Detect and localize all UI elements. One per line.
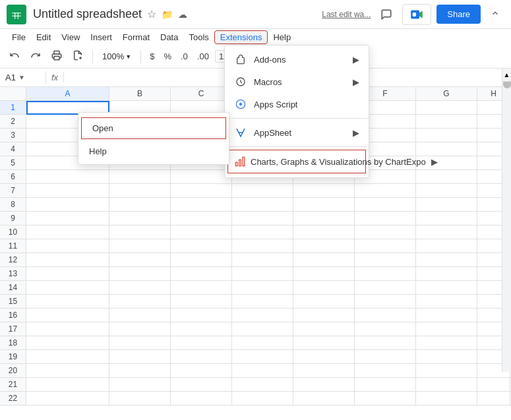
row-num-1: 1 bbox=[0, 101, 26, 114]
open-label: Open bbox=[92, 123, 113, 133]
separator-1 bbox=[92, 50, 93, 63]
meet-button[interactable] bbox=[402, 4, 431, 25]
last-edit-link[interactable]: Last edit wa... bbox=[322, 10, 371, 19]
cell-ref-value: A1 bbox=[5, 73, 16, 82]
table-row: 21 bbox=[0, 378, 511, 392]
table-row: 18 bbox=[0, 336, 511, 350]
svg-rect-7 bbox=[413, 12, 417, 16]
corner-collapse-button[interactable]: ▲ bbox=[502, 69, 511, 82]
menu-help[interactable]: Help bbox=[268, 31, 296, 44]
top-bar: Untitled spreadsheet ☆ 📁 ☁ Last edit wa.… bbox=[0, 0, 511, 29]
menu-tools[interactable]: Tools bbox=[183, 31, 214, 44]
table-row: 14 bbox=[0, 281, 511, 295]
chartexpo-label: Charts, Graphs & Visualizations by Chart… bbox=[251, 157, 426, 167]
paint-format-button[interactable] bbox=[69, 47, 87, 65]
menu-macros[interactable]: Macros ▶ bbox=[225, 71, 369, 93]
table-row: 16 bbox=[0, 309, 511, 322]
menu-appsheet[interactable]: AppSheet ▶ bbox=[225, 121, 369, 144]
chartexpo-icon bbox=[235, 155, 245, 168]
table-row: 7 bbox=[0, 184, 511, 198]
col-header-g[interactable]: G bbox=[416, 87, 477, 100]
appsheet-label: AppSheet bbox=[254, 128, 291, 138]
cell-ref-dropdown-icon[interactable]: ▼ bbox=[18, 74, 25, 81]
table-row: 12 bbox=[0, 253, 511, 267]
submenu-open[interactable]: Open bbox=[81, 117, 226, 139]
title-area: Untitled spreadsheet ☆ 📁 ☁ bbox=[33, 7, 322, 21]
menu-apps-script[interactable]: Apps Script bbox=[225, 93, 369, 115]
appsheet-arrow-icon: ▶ bbox=[353, 128, 359, 138]
share-button[interactable]: Share bbox=[436, 5, 481, 24]
title-icons: ☆ 📁 ☁ bbox=[147, 8, 187, 20]
appsheet-icon bbox=[234, 126, 247, 139]
menu-format[interactable]: Format bbox=[117, 31, 155, 44]
table-row: 8 bbox=[0, 198, 511, 212]
col-header-a[interactable]: A bbox=[26, 87, 109, 100]
chat-button[interactable] bbox=[376, 4, 397, 25]
svg-rect-14 bbox=[235, 162, 237, 165]
row-num-header-corner bbox=[0, 87, 26, 100]
table-row: 11 bbox=[0, 239, 511, 253]
addons-label: Add-ons bbox=[254, 55, 286, 65]
menu-divider-1 bbox=[225, 118, 369, 119]
apps-script-icon bbox=[234, 98, 247, 111]
star-icon[interactable]: ☆ bbox=[147, 8, 156, 20]
zoom-button[interactable]: 100% ▼ bbox=[98, 50, 135, 63]
print-button[interactable] bbox=[47, 47, 66, 65]
open-help-submenu: Open Help bbox=[78, 112, 229, 165]
menu-file[interactable]: File bbox=[7, 31, 31, 44]
row-num-2: 2 bbox=[0, 115, 26, 128]
menu-insert[interactable]: Insert bbox=[85, 31, 117, 44]
macros-icon bbox=[234, 75, 247, 88]
separator-2 bbox=[140, 50, 141, 63]
extensions-menu: Add-ons ▶ Macros ▶ Apps Script AppSheet … bbox=[224, 45, 369, 178]
currency-button[interactable]: $ bbox=[146, 50, 158, 63]
addons-icon bbox=[234, 53, 247, 66]
decimal2-button[interactable]: .00 bbox=[194, 50, 212, 63]
table-row: 17 bbox=[0, 322, 511, 336]
menu-edit[interactable]: Edit bbox=[31, 31, 56, 44]
col-header-b[interactable]: B bbox=[109, 87, 171, 100]
menu-bar: File Edit View Insert Format Data Tools … bbox=[0, 29, 511, 45]
menu-chartexpo[interactable]: Charts, Graphs & Visualizations by Chart… bbox=[227, 150, 366, 173]
cell-g1[interactable] bbox=[416, 101, 477, 115]
svg-rect-8 bbox=[54, 56, 59, 59]
table-row: 10 bbox=[0, 225, 511, 239]
app-icon bbox=[7, 5, 26, 24]
header-right: Last edit wa... Share bbox=[322, 4, 504, 25]
vertical-scrollbar[interactable] bbox=[502, 69, 511, 372]
menu-view[interactable]: View bbox=[56, 31, 85, 44]
menu-extensions[interactable]: Extensions bbox=[214, 30, 268, 44]
redo-button[interactable] bbox=[26, 47, 45, 65]
help-label: Help bbox=[89, 146, 107, 156]
col-header-c[interactable]: C bbox=[171, 87, 232, 100]
svg-rect-15 bbox=[239, 160, 241, 165]
cell-ref-box[interactable]: A1 ▼ bbox=[0, 71, 46, 84]
macros-arrow-icon: ▶ bbox=[353, 77, 359, 87]
addons-arrow-icon: ▶ bbox=[353, 55, 359, 65]
table-row: 20 bbox=[0, 364, 511, 378]
zoom-dropdown-icon: ▼ bbox=[125, 53, 131, 60]
svg-marker-6 bbox=[419, 11, 423, 18]
percent-button[interactable]: % bbox=[160, 50, 175, 63]
cell-g2[interactable] bbox=[416, 115, 477, 129]
table-row: 22 bbox=[0, 392, 511, 405]
macros-label: Macros bbox=[254, 77, 282, 87]
undo-button[interactable] bbox=[5, 47, 24, 65]
menu-divider-2 bbox=[225, 146, 369, 147]
spreadsheet-title[interactable]: Untitled spreadsheet bbox=[33, 7, 142, 21]
chartexpo-arrow-icon: ▶ bbox=[431, 157, 438, 167]
decimal1-button[interactable]: .0 bbox=[177, 50, 191, 63]
menu-data[interactable]: Data bbox=[155, 31, 183, 44]
collapse-button[interactable] bbox=[486, 5, 504, 24]
apps-script-label: Apps Script bbox=[254, 100, 297, 109]
table-row: 13 bbox=[0, 267, 511, 281]
menu-addons[interactable]: Add-ons ▶ bbox=[225, 48, 369, 71]
table-row: 9 bbox=[0, 212, 511, 225]
folder-icon[interactable]: 📁 bbox=[162, 9, 173, 20]
table-row: 15 bbox=[0, 295, 511, 309]
submenu-help[interactable]: Help bbox=[78, 141, 229, 162]
svg-rect-16 bbox=[243, 157, 245, 165]
zoom-label: 100% bbox=[102, 51, 124, 61]
fx-label: fx bbox=[46, 73, 64, 82]
cloud-icon[interactable]: ☁ bbox=[178, 9, 187, 20]
